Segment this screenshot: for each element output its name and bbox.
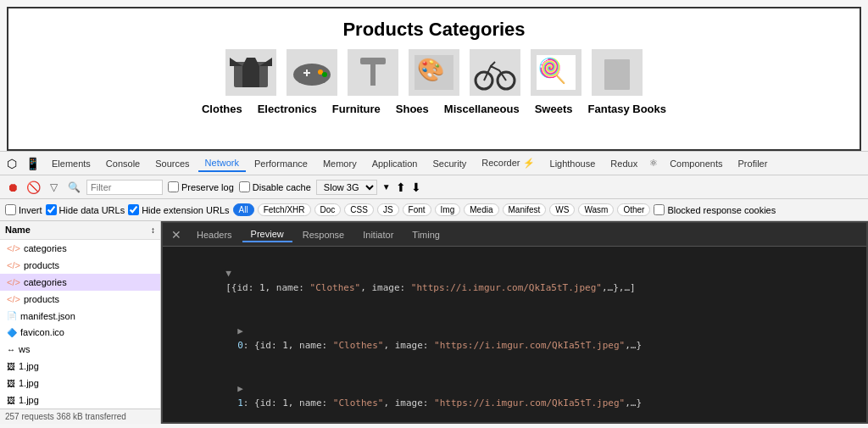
svg-point-4 bbox=[322, 72, 327, 77]
hide-data-urls-checkbox[interactable] bbox=[46, 204, 57, 215]
disable-cache-label: Disable cache bbox=[239, 181, 311, 192]
tab-application[interactable]: Application bbox=[365, 156, 425, 171]
svg-text:🎨: 🎨 bbox=[417, 56, 445, 83]
tab-sources[interactable]: Sources bbox=[148, 156, 196, 171]
panel-close-button[interactable]: ✕ bbox=[166, 228, 186, 242]
throttle-select[interactable]: Slow 3G bbox=[316, 180, 377, 195]
sidebar-item-ws[interactable]: ↔ ws bbox=[0, 341, 160, 358]
img-icon-3: 🖼 bbox=[7, 396, 15, 405]
img-icon-2: 🖼 bbox=[7, 379, 15, 388]
img-icon-1: 🖼 bbox=[7, 362, 15, 371]
import-icon[interactable]: ⬆ bbox=[396, 181, 406, 194]
preview-area: Products Categories 🎨 🍭 Clothes bbox=[7, 7, 861, 151]
cat-label-electronics: Electronics bbox=[258, 103, 317, 115]
panel-tab-response[interactable]: Response bbox=[294, 228, 353, 242]
cat-img-shoes: 🎨 bbox=[409, 49, 459, 96]
sidebar-header: Name ↕ bbox=[0, 221, 160, 240]
hide-data-urls-label: Hide data URLs bbox=[46, 204, 125, 215]
components-icon[interactable]: ⚛ bbox=[646, 156, 661, 170]
chip-js[interactable]: JS bbox=[377, 203, 399, 216]
svg-point-3 bbox=[318, 69, 323, 75]
tab-redux[interactable]: Redux bbox=[604, 156, 644, 171]
tab-performance[interactable]: Performance bbox=[248, 156, 314, 171]
hide-ext-urls-checkbox[interactable] bbox=[128, 204, 139, 215]
tab-profiler[interactable]: Profiler bbox=[732, 156, 775, 171]
sidebar-item-img-2[interactable]: 🖼 1.jpg bbox=[0, 375, 160, 392]
cat-img-clothes bbox=[225, 49, 276, 96]
filter-button[interactable]: ▽ bbox=[46, 180, 61, 195]
chip-font[interactable]: Font bbox=[403, 203, 431, 216]
main-panel: Name ↕ </> categories </> products </> c… bbox=[0, 221, 868, 424]
chip-img[interactable]: Img bbox=[435, 203, 461, 216]
sidebar-item-categories-1[interactable]: </> categories bbox=[0, 240, 160, 257]
panel-tab-preview[interactable]: Preview bbox=[242, 227, 292, 242]
svg-text:🍭: 🍭 bbox=[537, 57, 567, 85]
chip-manifest[interactable]: Manifest bbox=[503, 203, 547, 216]
tab-console[interactable]: Console bbox=[99, 156, 147, 171]
sidebar-item-products-2[interactable]: </> products bbox=[0, 291, 160, 308]
hide-ext-urls-label: Hide extension URLs bbox=[128, 204, 229, 215]
sort-icon[interactable]: ↕ bbox=[151, 225, 155, 235]
tab-network[interactable]: Network bbox=[198, 155, 246, 172]
panel-tab-timing[interactable]: Timing bbox=[403, 228, 448, 242]
chip-media[interactable]: Media bbox=[464, 203, 498, 216]
record-button[interactable]: ⏺ bbox=[5, 180, 20, 195]
api-icon-4: </> bbox=[7, 294, 20, 304]
cat-img-sweets: 🍭 bbox=[531, 49, 581, 96]
file-icon-1: 📄 bbox=[7, 311, 17, 320]
root-expand[interactable]: ▼ bbox=[225, 268, 231, 279]
file-icon-2: 🔷 bbox=[7, 328, 17, 337]
sidebar-item-img-3[interactable]: 🖼 1.jpg bbox=[0, 392, 160, 409]
invert-checkbox[interactable] bbox=[5, 204, 16, 215]
api-icon-3: </> bbox=[7, 277, 20, 287]
tab-lighthouse[interactable]: Lighthouse bbox=[543, 156, 603, 171]
panel-tab-headers[interactable]: Headers bbox=[188, 228, 241, 242]
cat-label-furniture: Furniture bbox=[332, 103, 381, 115]
sidebar-item-products-1[interactable]: </> products bbox=[0, 257, 160, 274]
tab-security[interactable]: Security bbox=[426, 156, 473, 171]
search-button[interactable]: 🔍 bbox=[66, 180, 81, 195]
item1-expand[interactable]: ▶ bbox=[237, 383, 243, 394]
chip-doc[interactable]: Doc bbox=[314, 203, 342, 216]
sidebar-item-img-1[interactable]: 🖼 1.jpg bbox=[0, 358, 160, 375]
category-images: 🎨 🍭 bbox=[22, 49, 846, 96]
clear-button[interactable]: 🚫 bbox=[25, 180, 41, 195]
cat-img-furniture bbox=[348, 49, 398, 96]
devtools-icon-phone[interactable]: 📱 bbox=[22, 157, 43, 170]
tab-components[interactable]: Components bbox=[663, 156, 729, 171]
chip-fetch-xhr[interactable]: Fetch/XHR bbox=[258, 203, 311, 216]
sidebar-item-categories-2[interactable]: </> categories bbox=[0, 274, 160, 291]
tab-recorder[interactable]: Recorder ⚡ bbox=[475, 155, 541, 171]
cat-label-sweets: Sweets bbox=[535, 103, 573, 115]
api-icon-2: </> bbox=[7, 260, 20, 270]
json-root: ▼ [{id: 1, name: "Clothes", image: "http… bbox=[170, 252, 860, 309]
blocked-cookies-checkbox[interactable] bbox=[654, 204, 665, 215]
devtools-icon-inspect[interactable]: ⬡ bbox=[3, 157, 20, 170]
sidebar-item-favicon[interactable]: 🔷 favicon.ico bbox=[0, 325, 160, 342]
json-item-1: ▶ 1: {id: 1, name: "Clothes", image: "ht… bbox=[170, 367, 860, 422]
chip-all[interactable]: All bbox=[233, 203, 254, 216]
filter-row: Invert Hide data URLs Hide extension URL… bbox=[0, 199, 868, 221]
devtools-tab-bar: ⬡ 📱 Elements Console Sources Network Per… bbox=[0, 152, 868, 175]
devtools: ⬡ 📱 Elements Console Sources Network Per… bbox=[0, 151, 868, 424]
chip-other[interactable]: Other bbox=[617, 203, 650, 216]
svg-line-13 bbox=[491, 62, 495, 66]
throttle-arrow: ▼ bbox=[382, 182, 391, 192]
filter-input[interactable] bbox=[86, 180, 163, 195]
chip-css[interactable]: CSS bbox=[344, 203, 374, 216]
export-icon[interactable]: ⬇ bbox=[411, 181, 421, 194]
disable-cache-checkbox[interactable] bbox=[239, 181, 250, 192]
json-panel: ✕ Headers Preview Response Initiator Tim… bbox=[161, 221, 868, 424]
tab-elements[interactable]: Elements bbox=[45, 156, 97, 171]
tab-memory[interactable]: Memory bbox=[316, 156, 364, 171]
item0-expand[interactable]: ▶ bbox=[237, 325, 243, 336]
sidebar-item-manifest[interactable]: 📄 manifest.json bbox=[0, 308, 160, 325]
page-title: Products Categories bbox=[22, 19, 846, 41]
chip-wasm[interactable]: Wasm bbox=[578, 203, 614, 216]
json-item-0: ▶ 0: {id: 1, name: "Clothes", image: "ht… bbox=[170, 309, 860, 367]
cat-label-clothes: Clothes bbox=[202, 103, 242, 115]
preserve-log-checkbox[interactable] bbox=[168, 181, 179, 192]
svg-rect-8 bbox=[370, 64, 376, 86]
panel-tab-initiator[interactable]: Initiator bbox=[354, 228, 402, 242]
chip-ws[interactable]: WS bbox=[549, 203, 575, 216]
